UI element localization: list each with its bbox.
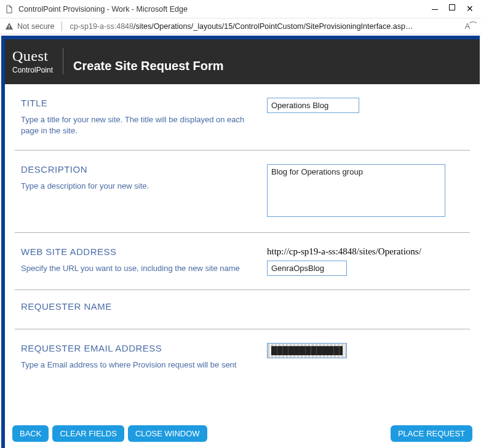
title-input[interactable] [267, 98, 359, 113]
description-help: Type a description for your new site. [21, 181, 255, 192]
brand-controlpoint: ControlPoint [12, 66, 53, 74]
header-band: Quest ControlPoint Create Site Request F… [5, 39, 480, 84]
requester-email-input[interactable] [267, 343, 347, 358]
address-label: WEB SITE ADDRESS [21, 246, 255, 257]
address-bar: Not secure cp-sp19-a-ss:4848/sites/Opera… [0, 18, 481, 34]
form-body: TITLE Type a title for your new site. Th… [5, 84, 480, 424]
window-controls: ✕ [432, 4, 474, 14]
requester-email-label: REQUESTER EMAIL ADDRESS [21, 343, 255, 353]
title-help: Type a title for your new site. The titl… [21, 114, 255, 136]
section-title: TITLE Type a title for your new site. Th… [15, 84, 470, 151]
section-address: WEB SITE ADDRESS Specify the URL you wan… [15, 233, 470, 290]
place-request-button[interactable]: PLACE REQUEST [391, 425, 472, 442]
description-textarea[interactable]: Blog for Operations group [267, 164, 445, 217]
address-base-url: http://cp-sp19-a-ss:4848/sites/Operation… [267, 246, 466, 257]
section-requester-email: REQUESTER EMAIL ADDRESS Type a Email add… [15, 329, 470, 384]
address-input[interactable] [267, 261, 347, 276]
page-frame: Quest ControlPoint Create Site Request F… [1, 36, 480, 448]
description-label: DESCRIPTION [21, 164, 255, 175]
svg-rect-0 [9, 25, 9, 28]
minimize-button[interactable] [432, 4, 438, 14]
product-brand: Quest ControlPoint [12, 48, 63, 74]
close-window-button[interactable]: ✕ [466, 4, 474, 14]
section-requester-name: REQUESTER NAME [15, 290, 470, 329]
browser-titlebar: ControlPoint Provisioning - Work - Micro… [0, 0, 481, 18]
not-secure-label: Not secure [17, 22, 54, 31]
not-secure-badge[interactable]: Not secure [5, 22, 54, 31]
section-description: DESCRIPTION Type a description for your … [15, 151, 470, 233]
button-row: BACK CLEAR FIELDS CLOSE WINDOW PLACE REQ… [5, 424, 480, 448]
page-title: Create Site Request Form [73, 59, 224, 74]
maximize-button[interactable] [449, 4, 455, 10]
address-help: Specify the URL you want to use, includi… [21, 263, 255, 274]
window-title: ControlPoint Provisioning - Work - Micro… [18, 5, 432, 14]
url-text[interactable]: cp-sp19-a-ss:4848/sites/Operations/_layo… [70, 22, 457, 31]
divider [62, 22, 62, 31]
warning-icon [5, 22, 14, 31]
svg-rect-1 [9, 28, 9, 28]
back-button[interactable]: BACK [12, 425, 49, 442]
requester-name-label: REQUESTER NAME [21, 301, 255, 312]
page-icon [5, 5, 14, 14]
read-aloud-icon[interactable]: A⁀ [465, 22, 476, 31]
close-window-button2[interactable]: CLOSE WINDOW [128, 425, 207, 442]
clear-fields-button[interactable]: CLEAR FIELDS [52, 425, 124, 442]
title-label: TITLE [21, 98, 255, 108]
brand-quest: Quest [12, 48, 53, 65]
requester-email-help: Type a Email address to where Provision … [21, 360, 255, 371]
